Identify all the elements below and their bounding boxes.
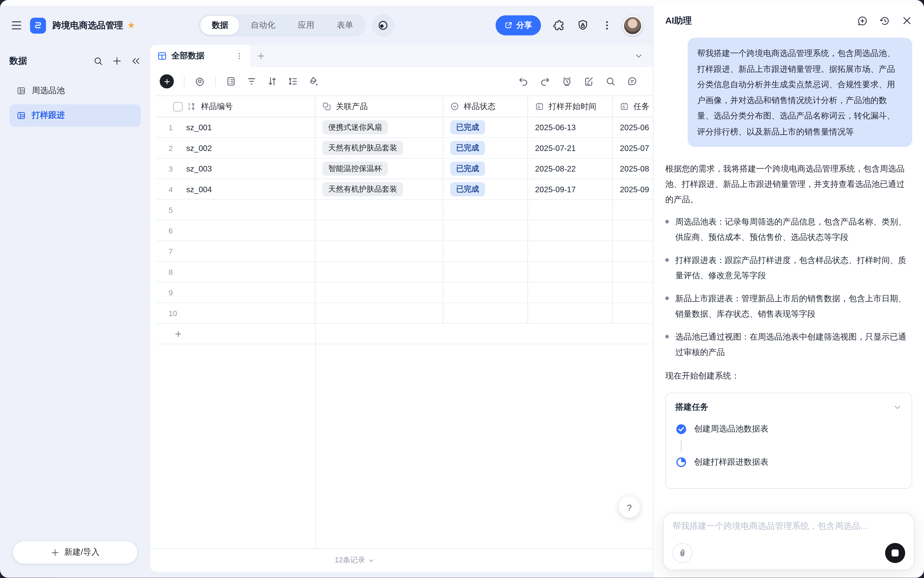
cell-product-tag[interactable]: 便携式迷你风扇: [322, 120, 388, 134]
task-card-collapse-icon[interactable]: [893, 403, 902, 412]
cell-sample-id[interactable]: sz_001: [186, 123, 212, 132]
tab-data[interactable]: 数据: [201, 16, 240, 35]
table-row-empty[interactable]: 5: [156, 200, 653, 221]
paint-fill-icon[interactable]: [308, 76, 319, 87]
cell-start-date[interactable]: 2025-08-22: [535, 164, 575, 173]
chat-scroll-area[interactable]: 帮我搭建一个跨境电商选品管理系统，包含周选品池、打样跟进、新品上市跟进销量管理。…: [653, 35, 924, 578]
column-header-label[interactable]: 关联产品: [336, 101, 368, 112]
tab-automation[interactable]: 自动化: [240, 16, 287, 35]
close-icon[interactable]: [901, 15, 912, 26]
history-alarm-icon[interactable]: [561, 76, 572, 87]
tab-forms[interactable]: 表单: [326, 16, 365, 35]
table-icon: [16, 111, 26, 120]
table-row-empty[interactable]: 10: [156, 303, 653, 323]
stop-generating-button[interactable]: [885, 543, 905, 563]
cell-sample-id[interactable]: sz_004: [186, 185, 212, 193]
cell-status-tag[interactable]: 已完成: [450, 141, 485, 155]
grid-view-icon: [157, 51, 167, 61]
cell-task-date[interactable]: 2025-07: [620, 143, 649, 152]
redo-icon[interactable]: [540, 76, 550, 87]
share-icon: [504, 21, 513, 29]
more-kebab-icon[interactable]: [600, 19, 613, 32]
cell-status-tag[interactable]: 已完成: [450, 161, 485, 175]
column-header-label[interactable]: 打样开始时间: [549, 101, 597, 112]
cell-start-date[interactable]: 2025-07-21: [535, 143, 575, 152]
theme-toggle-icon[interactable]: [372, 14, 395, 37]
cell-start-date[interactable]: 2025-09-17: [535, 185, 575, 193]
field-settings-gear-icon[interactable]: [195, 76, 205, 87]
row-number: 4: [169, 185, 182, 193]
tab-apps[interactable]: 应用: [287, 16, 326, 35]
new-chat-icon[interactable]: [857, 15, 868, 26]
list-item: 新品上市跟进表：管理新品上市后的销售数据，包含上市日期、销量数据、库存状态、销售…: [665, 291, 912, 321]
cell-sample-id[interactable]: sz_002: [186, 143, 212, 152]
view-tab-all-data[interactable]: 全部数据: [150, 45, 251, 67]
date-field-icon: [620, 102, 629, 111]
comment-icon[interactable]: [627, 76, 637, 87]
cell-product-tag[interactable]: 智能温控保温杯: [322, 161, 388, 175]
message-composer: [663, 513, 914, 570]
cell-product-tag[interactable]: 天然有机护肤品套装: [322, 182, 403, 196]
sidebar-add-icon[interactable]: [112, 56, 122, 66]
sidebar-search-icon[interactable]: [93, 56, 103, 66]
sidebar-item-sample-follow[interactable]: 打样跟进: [10, 104, 141, 127]
user-avatar[interactable]: [623, 16, 642, 35]
table-row-empty[interactable]: 6: [156, 221, 653, 241]
sidebar-item-weekly-pool[interactable]: 周选品池: [10, 80, 141, 102]
add-row-button[interactable]: [156, 324, 653, 344]
column-header-label[interactable]: 样品状态: [464, 101, 496, 112]
topbar: 跨境电商选品管理 ★ 数据 自动化 应用 表单 分享: [0, 6, 653, 45]
cell-sample-id[interactable]: sz_003: [186, 164, 212, 173]
add-record-button[interactable]: [160, 74, 174, 88]
card-view-icon[interactable]: [226, 76, 237, 87]
ai-response-outro: 现在开始创建系统：: [665, 368, 912, 383]
table-row[interactable]: 1sz_001 便携式迷你风扇 已完成 2025-06-13 2025-06: [156, 117, 653, 138]
cell-start-date[interactable]: 2025-06-13: [535, 123, 575, 132]
cell-task-date[interactable]: 2025-08: [620, 164, 649, 173]
share-button[interactable]: 分享: [496, 15, 541, 36]
cell-task-date[interactable]: 2025-09: [620, 185, 649, 193]
sidebar-collapse-icon[interactable]: [131, 56, 141, 66]
table-row[interactable]: 2sz_002 天然有机护肤品套装 已完成 2025-07-21 2025-07: [156, 138, 653, 158]
table-row-empty[interactable]: 8: [156, 262, 653, 282]
table-row[interactable]: 3sz_003 智能温控保温杯 已完成 2025-08-22 2025-08: [156, 159, 653, 179]
extensions-puzzle-icon[interactable]: [552, 19, 565, 32]
cell-task-date[interactable]: 2025-06: [620, 123, 649, 132]
undo-icon[interactable]: [518, 76, 528, 87]
cell-status-tag[interactable]: 已完成: [450, 182, 485, 196]
row-number: 2: [169, 143, 182, 152]
table-row-empty[interactable]: 9: [156, 283, 653, 303]
chat-history-icon[interactable]: [879, 15, 890, 26]
list-item: 周选品池表：记录每周筛选的产品信息，包含产品名称、类别、供应商、预估成本、预估售…: [665, 214, 912, 245]
views-chevron-down-icon[interactable]: [634, 51, 644, 61]
message-input[interactable]: [673, 521, 905, 531]
column-header-label[interactable]: 样品编号: [201, 101, 233, 112]
sort-icon[interactable]: [267, 76, 278, 87]
shield-lock-icon[interactable]: [576, 19, 589, 32]
edit-record-icon[interactable]: [583, 76, 594, 87]
row-height-icon[interactable]: [287, 76, 298, 87]
view-tab-menu-icon[interactable]: [235, 52, 243, 60]
table-row[interactable]: 4sz_004 天然有机护肤品套装 已完成 2025-09-17 2025-09: [156, 179, 653, 200]
help-button[interactable]: ?: [619, 496, 640, 518]
table-row-empty[interactable]: 7: [156, 241, 653, 262]
divider: [215, 76, 216, 87]
app-title: 跨境电商选品管理: [52, 19, 123, 31]
cell-product-tag[interactable]: 天然有机护肤品套装: [322, 141, 403, 155]
app-logo-icon[interactable]: [30, 17, 46, 33]
list-item: 打样跟进表：跟踪产品打样进度，包含样品状态、打样时间、质量评估、修改意见等字段: [665, 252, 912, 283]
user-message-bubble: 帮我搭建一个跨境电商选品管理系统，包含周选品池、打样跟进、新品上市跟进销量管理。…: [687, 37, 912, 147]
filter-icon[interactable]: [246, 76, 257, 87]
attach-file-button[interactable]: [673, 543, 692, 563]
row-number: 5: [169, 206, 182, 214]
cell-status-tag[interactable]: 已完成: [450, 120, 485, 134]
add-view-icon[interactable]: [251, 51, 272, 61]
record-count[interactable]: 12条记录: [335, 555, 375, 565]
hamburger-menu-icon[interactable]: [11, 19, 23, 31]
search-icon[interactable]: [605, 76, 616, 87]
select-all-checkbox[interactable]: [173, 102, 183, 111]
column-header-label[interactable]: 任务: [634, 101, 649, 112]
favorite-star-icon[interactable]: ★: [127, 20, 135, 31]
svg-text:2: 2: [188, 107, 190, 110]
new-import-button[interactable]: 新建/导入: [13, 541, 138, 564]
